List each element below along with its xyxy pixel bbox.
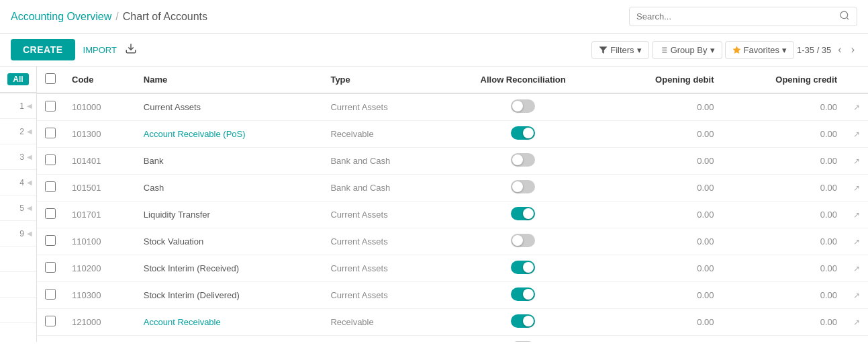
expand-icon[interactable]: ↗ <box>853 318 860 327</box>
row-checkbox-cell[interactable] <box>37 282 64 309</box>
reconciliation-header: Allow Reconciliation <box>442 66 604 93</box>
all-button[interactable]: All <box>7 73 28 85</box>
reconciliation-toggle[interactable] <box>511 314 535 328</box>
row-reconciliation[interactable] <box>442 309 604 336</box>
row-reconciliation[interactable] <box>442 93 604 121</box>
row-expand[interactable]: ↗ <box>845 309 868 336</box>
row-reconciliation[interactable] <box>442 175 604 202</box>
reconciliation-toggle[interactable] <box>511 153 535 167</box>
row-reconciliation[interactable] <box>442 202 604 228</box>
reconciliation-toggle[interactable] <box>511 261 535 274</box>
groupby-button[interactable]: Group By ▾ <box>652 41 722 59</box>
row-name[interactable]: Account Receivable (PoS) <box>136 121 323 148</box>
row-reconciliation[interactable] <box>442 336 604 343</box>
expand-icon[interactable]: ↗ <box>853 130 860 139</box>
next-page-button[interactable]: › <box>849 42 857 57</box>
row-name[interactable]: Tax Paid <box>136 336 323 343</box>
row-expand-icon-1[interactable]: ◀ <box>27 102 32 109</box>
row-reconciliation[interactable] <box>442 228 604 255</box>
row-checkbox[interactable] <box>45 101 56 112</box>
row-checkbox-cell[interactable] <box>37 121 64 148</box>
row-checkbox-cell[interactable] <box>37 175 64 202</box>
row-debit: 0.00 <box>604 309 722 336</box>
credit-header: Opening credit <box>722 66 845 93</box>
expand-icon[interactable]: ↗ <box>853 157 860 166</box>
filters-button[interactable]: Filters ▾ <box>591 41 648 59</box>
row-expand[interactable]: ↗ <box>845 255 868 282</box>
import-button[interactable]: IMPORT <box>83 45 117 55</box>
row-checkbox-cell[interactable] <box>37 255 64 282</box>
row-expand[interactable]: ↗ <box>845 228 868 255</box>
row-checkbox[interactable] <box>45 316 56 326</box>
row-checkbox-cell[interactable] <box>37 93 64 121</box>
row-checkbox-cell[interactable] <box>37 336 64 343</box>
row-expand[interactable]: ↗ <box>845 202 868 228</box>
prev-page-button[interactable]: ‹ <box>835 42 844 57</box>
reconciliation-toggle[interactable] <box>511 234 535 247</box>
row-checkbox[interactable] <box>45 208 56 219</box>
expand-icon[interactable]: ↗ <box>853 183 860 193</box>
row-expand-icon-2[interactable]: ◀ <box>27 128 32 135</box>
row-expand-icon-3[interactable]: ◀ <box>27 153 32 161</box>
search-icon[interactable] <box>839 10 850 23</box>
row-reconciliation[interactable] <box>442 148 604 175</box>
all-button-cell: All <box>0 66 36 93</box>
row-name[interactable]: Stock Interim (Delivered) <box>136 282 323 309</box>
checkbox-header[interactable] <box>37 66 64 93</box>
row-expand[interactable]: ↗ <box>845 121 868 148</box>
row-code: 101501 <box>64 175 136 202</box>
row-checkbox[interactable] <box>45 235 56 246</box>
svg-marker-3 <box>599 46 607 53</box>
reconciliation-toggle[interactable] <box>511 180 535 193</box>
row-checkbox[interactable] <box>45 154 56 165</box>
reconciliation-toggle[interactable] <box>511 341 535 342</box>
row-name[interactable]: Stock Interim (Received) <box>136 255 323 282</box>
row-checkbox-cell[interactable] <box>37 202 64 228</box>
row-name[interactable]: Cash <box>136 175 323 202</box>
row-checkbox-cell[interactable] <box>37 148 64 175</box>
select-all-checkbox[interactable] <box>45 73 56 84</box>
row-reconciliation[interactable] <box>442 255 604 282</box>
row-checkbox[interactable] <box>45 262 56 273</box>
expand-icon[interactable]: ↗ <box>853 103 860 112</box>
favorites-button[interactable]: Favorites ▾ <box>725 41 794 59</box>
row-checkbox-cell[interactable] <box>37 228 64 255</box>
search-input[interactable] <box>636 11 839 21</box>
row-number: 4 <box>19 178 24 187</box>
expand-icon[interactable]: ↗ <box>853 237 860 247</box>
reconciliation-toggle[interactable] <box>511 207 535 220</box>
expand-icon[interactable]: ↗ <box>853 291 860 300</box>
favorites-chevron-icon: ▾ <box>782 45 787 55</box>
row-expand[interactable]: ↗ <box>845 93 868 121</box>
row-name[interactable]: Current Assets <box>136 93 323 121</box>
row-name[interactable]: Liquidity Transfer <box>136 202 323 228</box>
row-name[interactable]: Stock Valuation <box>136 228 323 255</box>
toggle-track <box>511 153 535 167</box>
create-button[interactable]: CREATE <box>11 39 75 60</box>
row-expand[interactable]: ↗ <box>845 148 868 175</box>
row-checkbox[interactable] <box>45 289 56 300</box>
row-type: Current Assets <box>322 228 442 255</box>
row-expand-icon-6[interactable]: ◀ <box>27 230 32 237</box>
row-expand[interactable]: ↗ <box>845 282 868 309</box>
row-checkbox[interactable] <box>45 181 56 192</box>
row-expand-icon-4[interactable]: ◀ <box>27 179 32 186</box>
row-debit: 0.00 <box>604 228 722 255</box>
row-name[interactable]: Bank <box>136 148 323 175</box>
row-reconciliation[interactable] <box>442 121 604 148</box>
download-button[interactable] <box>125 42 137 57</box>
row-checkbox-cell[interactable] <box>37 309 64 336</box>
expand-icon[interactable]: ↗ <box>853 264 860 273</box>
row-expand[interactable]: ↗ <box>845 336 868 343</box>
expand-icon[interactable]: ↗ <box>853 210 860 220</box>
reconciliation-toggle[interactable] <box>511 99 535 113</box>
reconciliation-toggle[interactable] <box>511 287 535 301</box>
row-reconciliation[interactable] <box>442 282 604 309</box>
row-name[interactable]: Account Receivable <box>136 309 323 336</box>
reconciliation-toggle[interactable] <box>511 126 535 140</box>
row-expand[interactable]: ↗ <box>845 175 868 202</box>
row-expand-icon-5[interactable]: ◀ <box>27 204 32 212</box>
row-checkbox[interactable] <box>45 128 56 138</box>
breadcrumb-link[interactable]: Accounting Overview <box>11 11 111 23</box>
toggle-thumb <box>523 208 534 219</box>
